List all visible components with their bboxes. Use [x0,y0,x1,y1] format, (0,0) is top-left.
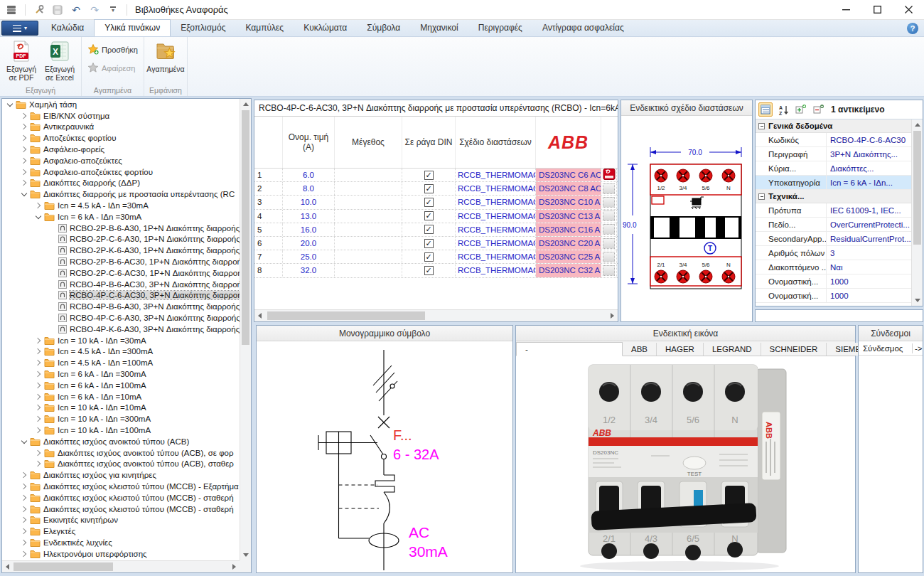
din-checkbox[interactable]: ✓ [424,211,434,220]
tree-item[interactable]: Icn = 10 kA - IΔn =100mA [2,425,240,436]
chevron-right-icon[interactable] [21,471,28,479]
tree-item[interactable]: Διακόπτες ισχύος για κινητήρες [2,469,240,481]
chevron-right-icon[interactable] [35,337,42,344]
cell-dimension-drawing[interactable]: RCCB_THERMOMAG... [456,237,536,250]
chevron-down-icon[interactable] [21,191,28,198]
tree-item[interactable]: Διακόπτες ισχύος ανοικτού τύπου (ACB) [2,436,240,447]
property-row[interactable]: Ονομαστική...1000 [756,289,911,303]
tree-item[interactable]: Διακόπτες ισχύος κλειστού τύπου (MCCB) -… [2,503,240,515]
scroll-right-arrow[interactable] [232,564,236,570]
property-row[interactable]: Διακοπτόμενο ...Ναι [756,260,911,274]
tree-horizontal-scrollbar[interactable] [2,560,240,572]
din-checkbox[interactable]: ✓ [424,184,434,193]
app-icon[interactable] [4,3,18,17]
property-value[interactable]: 3 [827,249,911,257]
chevron-right-icon[interactable] [35,202,42,209]
chevron-right-icon[interactable] [21,157,28,164]
property-row[interactable]: SecondaryApp...ResidualCurrentProt... [756,232,911,246]
chevron-right-icon[interactable] [21,179,28,186]
cell-dimension-drawing[interactable]: RCCB_THERMOMAG... [456,169,536,181]
ribbon-button-2-0[interactable]: Αγαπημένα [147,38,184,74]
tree-item[interactable]: Icn = 4.5 kA - IΔn =300mA [2,346,240,358]
tree-item[interactable]: Ενδεικτικές λυχνίες [2,537,240,548]
expand-all-icon[interactable] [794,102,808,117]
manufacturer-tab-1[interactable]: ABB [623,343,657,356]
tab-8[interactable]: Αντίγραφα ασφαλείας [532,20,634,36]
cell-nominal-value[interactable]: 20.0 [283,237,335,250]
property-row[interactable]: Περιγραφή3P+N Διακόπτης... [756,147,911,161]
datasheet-button[interactable] [603,238,615,249]
cell-nominal-value[interactable]: 8.0 [283,182,335,195]
cell-dimension-drawing[interactable]: RCCB_THERMOMAG... [456,264,536,277]
tree-vertical-scrollbar[interactable] [240,99,251,560]
save-icon[interactable] [50,3,65,17]
din-checkbox[interactable]: ✓ [424,225,434,234]
chevron-right-icon[interactable] [35,359,42,366]
din-checkbox[interactable]: ✓ [424,239,434,248]
tree-item[interactable]: RCBO-4P-C-6-A30, 3P+N Διακόπτης διαρροής [2,312,240,324]
datasheet-button[interactable] [603,252,615,262]
chevron-right-icon[interactable] [21,483,28,490]
chevron-right-icon[interactable] [21,528,28,535]
cell-brand-type[interactable]: DS203NC C20 A... [536,237,601,250]
datasheet-button[interactable] [603,210,615,221]
tree-item[interactable]: Αντικεραυνικά [2,122,240,133]
tab-0[interactable]: Καλώδια [41,20,94,36]
chevron-right-icon[interactable] [35,460,42,467]
cell-brand-type[interactable]: DS203NC C6 AC... [536,169,601,181]
cell-brand-type[interactable]: DS203NC C10 A... [536,196,601,208]
table-row[interactable]: 620.0✓RCCB_THERMOMAG...DS203NC C20 A... [254,237,618,250]
cell-nominal-value[interactable]: 10.0 [283,196,335,208]
property-value[interactable]: OverCurrentProtecti... [827,220,911,229]
property-row[interactable]: Αριθμός πόλων3 [756,246,911,260]
cell-dimension-drawing[interactable]: RCCB_THERMOMAG... [456,250,536,263]
cell-nominal-value[interactable]: 25.0 [283,250,335,263]
tree-item[interactable]: RCBO-4P-C-6-AC30, 3P+N Διακόπτης διαρροή [2,290,240,302]
din-checkbox[interactable]: ✓ [424,266,434,275]
collapse-icon[interactable] [758,123,765,129]
property-value[interactable]: Icn = 6 kA - IΔn... [827,178,911,187]
chevron-right-icon[interactable] [21,123,28,130]
table-row[interactable]: 16.0✓RCCB_THERMOMAG...DS203NC C6 AC... [254,169,618,182]
categorized-view-icon[interactable] [758,102,773,117]
manufacturer-tab-0[interactable]: - [516,342,623,356]
tree-item[interactable]: RCBO-2P-C-6-AC30, 1P+N Διακόπτης διαρροή [2,267,240,279]
tree-item[interactable]: Icn = 4.5 kA - IΔn =100mA [2,357,240,368]
cell-nominal-value[interactable]: 13.0 [283,210,335,223]
tree-item[interactable]: Διακόπτες διαρροής με προστασία υπερέντα… [2,188,240,200]
application-menu-button[interactable]: ▾ [1,21,38,36]
tree-item[interactable]: Icn = 6 kA - IΔn =100mA [2,380,240,391]
property-value[interactable]: Διακόπτες... [827,164,911,173]
table-row[interactable]: 310.0✓RCCB_THERMOMAG...DS203NC C10 A... [254,196,618,209]
chevron-right-icon[interactable] [35,404,42,411]
pdf-icon[interactable] [603,169,616,181]
datasheet-button[interactable] [603,183,615,194]
manufacturer-tab-4[interactable]: SCHNEIDER [761,343,827,356]
tree-item[interactable]: RCBO-4P-K-6-A30, 3P+N Διακόπτης διαρροής [2,324,240,335]
datasheet-button[interactable] [603,224,615,235]
din-checkbox[interactable]: ✓ [424,198,434,207]
tab-5[interactable]: Σύμβολα [357,20,410,36]
tree-item[interactable]: RCBO-2P-B-6-A30, 1P+N Διακόπτης διαρροής [2,223,240,234]
chevron-right-icon[interactable] [21,539,28,546]
scroll-right-arrow[interactable] [611,313,614,319]
chevron-right-icon[interactable] [35,382,42,389]
chevron-right-icon[interactable] [21,134,28,142]
cell-dimension-drawing[interactable]: RCCB_THERMOMAG... [456,210,536,223]
tree-item[interactable]: Διακόπτες ισχύος ανοικτού τύπου (ACB), σ… [2,447,240,459]
cell-dimension-drawing[interactable]: RCCB_THERMOMAG... [456,182,536,195]
close-button[interactable] [893,0,924,19]
column-header-drawing[interactable]: Σχέδιο διαστάσεων [456,117,536,168]
property-row[interactable]: ΥποκατηγορίαIcn = 6 kA - IΔn... [756,176,911,190]
tree-item[interactable]: Icn = 4.5 kA - IΔn =30mA [2,200,240,211]
table-row[interactable]: 832.0✓RCCB_THERMOMAG...DS203NC C32 A... [254,264,618,277]
scroll-down-arrow[interactable] [915,299,920,302]
tree-item[interactable]: Ασφαλειο-αποζεύκτες [2,155,240,166]
cell-nominal-value[interactable]: 6.0 [283,169,335,181]
din-checkbox[interactable]: ✓ [424,252,434,262]
tab-3[interactable]: Καμπύλες [235,20,294,36]
tree-item[interactable]: RCBO-2P-B-6-AC30, 1P+N Διακόπτης διαρροή [2,256,240,267]
table-row[interactable]: 725.0✓RCCB_THERMOMAG...DS203NC C25 A... [254,250,618,264]
chevron-right-icon[interactable] [35,393,42,400]
tools-icon[interactable] [32,3,46,17]
